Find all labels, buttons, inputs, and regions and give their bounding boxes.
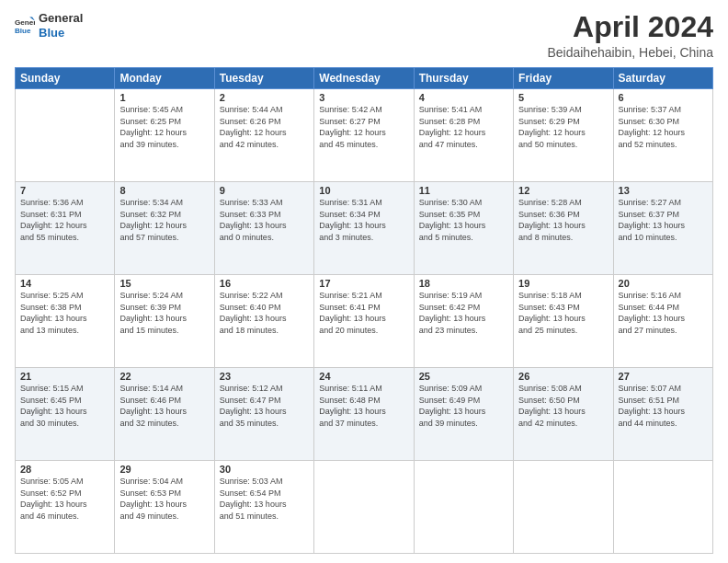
day-info: Sunrise: 5:09 AM Sunset: 6:49 PM Dayligh… bbox=[419, 383, 508, 429]
col-sunday: Sunday bbox=[16, 68, 115, 89]
calendar-cell: 1Sunrise: 5:45 AM Sunset: 6:25 PM Daylig… bbox=[115, 89, 214, 182]
day-info: Sunrise: 5:25 AM Sunset: 6:38 PM Dayligh… bbox=[20, 290, 109, 336]
logo-icon: General Blue bbox=[15, 16, 35, 36]
day-info: Sunrise: 5:07 AM Sunset: 6:51 PM Dayligh… bbox=[619, 383, 708, 429]
day-info: Sunrise: 5:18 AM Sunset: 6:43 PM Dayligh… bbox=[518, 290, 608, 336]
day-info: Sunrise: 5:44 AM Sunset: 6:26 PM Dayligh… bbox=[220, 104, 309, 150]
day-info: Sunrise: 5:45 AM Sunset: 6:25 PM Dayligh… bbox=[119, 104, 209, 150]
day-number: 24 bbox=[319, 371, 408, 382]
day-info: Sunrise: 5:28 AM Sunset: 6:36 PM Dayligh… bbox=[518, 197, 608, 243]
logo-line1: General bbox=[39, 11, 83, 26]
svg-text:Blue: Blue bbox=[15, 27, 31, 35]
calendar-cell bbox=[514, 461, 613, 554]
day-info: Sunrise: 5:34 AM Sunset: 6:32 PM Dayligh… bbox=[119, 197, 209, 243]
day-number: 15 bbox=[119, 278, 209, 289]
calendar-cell bbox=[16, 89, 115, 182]
calendar-cell: 30Sunrise: 5:03 AM Sunset: 6:54 PM Dayli… bbox=[214, 461, 313, 554]
day-number: 6 bbox=[619, 92, 708, 103]
day-info: Sunrise: 5:30 AM Sunset: 6:35 PM Dayligh… bbox=[419, 197, 508, 243]
day-info: Sunrise: 5:12 AM Sunset: 6:47 PM Dayligh… bbox=[220, 383, 309, 429]
day-info: Sunrise: 5:04 AM Sunset: 6:53 PM Dayligh… bbox=[119, 476, 209, 522]
day-info: Sunrise: 5:08 AM Sunset: 6:50 PM Dayligh… bbox=[518, 383, 608, 429]
header: General Blue General Blue April 2024 Bei… bbox=[15, 11, 713, 60]
day-info: Sunrise: 5:14 AM Sunset: 6:46 PM Dayligh… bbox=[119, 383, 209, 429]
calendar-cell: 8Sunrise: 5:34 AM Sunset: 6:32 PM Daylig… bbox=[115, 182, 214, 275]
title-block: April 2024 Beidaihehaibin, Hebei, China bbox=[547, 11, 713, 60]
day-info: Sunrise: 5:42 AM Sunset: 6:27 PM Dayligh… bbox=[319, 104, 408, 150]
main-title: April 2024 bbox=[547, 11, 713, 43]
calendar-cell: 18Sunrise: 5:19 AM Sunset: 6:42 PM Dayli… bbox=[414, 275, 513, 368]
calendar-cell: 27Sunrise: 5:07 AM Sunset: 6:51 PM Dayli… bbox=[613, 368, 712, 461]
col-wednesday: Wednesday bbox=[314, 68, 414, 89]
day-info: Sunrise: 5:33 AM Sunset: 6:33 PM Dayligh… bbox=[220, 197, 309, 243]
calendar-table: Sunday Monday Tuesday Wednesday Thursday… bbox=[15, 67, 713, 554]
calendar-cell: 28Sunrise: 5:05 AM Sunset: 6:52 PM Dayli… bbox=[16, 461, 115, 554]
day-number: 18 bbox=[419, 278, 508, 289]
col-tuesday: Tuesday bbox=[214, 68, 313, 89]
day-number: 10 bbox=[319, 185, 408, 196]
day-number: 25 bbox=[419, 371, 508, 382]
day-number: 1 bbox=[119, 92, 209, 103]
day-number: 27 bbox=[619, 371, 708, 382]
calendar-cell: 4Sunrise: 5:41 AM Sunset: 6:28 PM Daylig… bbox=[414, 89, 513, 182]
day-number: 20 bbox=[619, 278, 708, 289]
calendar-cell: 7Sunrise: 5:36 AM Sunset: 6:31 PM Daylig… bbox=[16, 182, 115, 275]
calendar-cell bbox=[314, 461, 414, 554]
calendar-cell: 9Sunrise: 5:33 AM Sunset: 6:33 PM Daylig… bbox=[214, 182, 313, 275]
day-number: 2 bbox=[220, 92, 309, 103]
calendar-cell: 14Sunrise: 5:25 AM Sunset: 6:38 PM Dayli… bbox=[16, 275, 115, 368]
calendar-cell: 3Sunrise: 5:42 AM Sunset: 6:27 PM Daylig… bbox=[314, 89, 414, 182]
calendar-cell: 5Sunrise: 5:39 AM Sunset: 6:29 PM Daylig… bbox=[514, 89, 613, 182]
day-number: 11 bbox=[419, 185, 508, 196]
day-number: 13 bbox=[619, 185, 708, 196]
svg-text:General: General bbox=[15, 18, 35, 27]
calendar-cell: 11Sunrise: 5:30 AM Sunset: 6:35 PM Dayli… bbox=[414, 182, 513, 275]
calendar-cell: 25Sunrise: 5:09 AM Sunset: 6:49 PM Dayli… bbox=[414, 368, 513, 461]
day-number: 12 bbox=[518, 185, 608, 196]
day-number: 17 bbox=[319, 278, 408, 289]
calendar-cell: 16Sunrise: 5:22 AM Sunset: 6:40 PM Dayli… bbox=[214, 275, 313, 368]
calendar-cell bbox=[613, 461, 712, 554]
day-info: Sunrise: 5:05 AM Sunset: 6:52 PM Dayligh… bbox=[20, 476, 109, 522]
calendar-cell: 29Sunrise: 5:04 AM Sunset: 6:53 PM Dayli… bbox=[115, 461, 214, 554]
day-number: 7 bbox=[20, 185, 109, 196]
calendar-cell: 21Sunrise: 5:15 AM Sunset: 6:45 PM Dayli… bbox=[16, 368, 115, 461]
day-info: Sunrise: 5:21 AM Sunset: 6:41 PM Dayligh… bbox=[319, 290, 408, 336]
day-info: Sunrise: 5:22 AM Sunset: 6:40 PM Dayligh… bbox=[220, 290, 309, 336]
calendar-cell: 13Sunrise: 5:27 AM Sunset: 6:37 PM Dayli… bbox=[613, 182, 712, 275]
day-number: 5 bbox=[518, 92, 608, 103]
day-info: Sunrise: 5:31 AM Sunset: 6:34 PM Dayligh… bbox=[319, 197, 408, 243]
day-info: Sunrise: 5:15 AM Sunset: 6:45 PM Dayligh… bbox=[20, 383, 109, 429]
calendar-cell: 19Sunrise: 5:18 AM Sunset: 6:43 PM Dayli… bbox=[514, 275, 613, 368]
logo-line2: Blue bbox=[39, 26, 83, 40]
day-info: Sunrise: 5:11 AM Sunset: 6:48 PM Dayligh… bbox=[319, 383, 408, 429]
day-number: 23 bbox=[220, 371, 309, 382]
day-number: 8 bbox=[119, 185, 209, 196]
day-info: Sunrise: 5:39 AM Sunset: 6:29 PM Dayligh… bbox=[518, 104, 608, 150]
calendar-cell: 24Sunrise: 5:11 AM Sunset: 6:48 PM Dayli… bbox=[314, 368, 414, 461]
calendar-cell: 12Sunrise: 5:28 AM Sunset: 6:36 PM Dayli… bbox=[514, 182, 613, 275]
day-info: Sunrise: 5:03 AM Sunset: 6:54 PM Dayligh… bbox=[220, 476, 309, 522]
day-number: 4 bbox=[419, 92, 508, 103]
day-number: 26 bbox=[518, 371, 608, 382]
day-number: 3 bbox=[319, 92, 408, 103]
day-number: 9 bbox=[220, 185, 309, 196]
calendar-header-row: Sunday Monday Tuesday Wednesday Thursday… bbox=[16, 68, 713, 89]
logo: General Blue General Blue bbox=[15, 11, 83, 40]
page: General Blue General Blue April 2024 Bei… bbox=[0, 0, 728, 563]
col-saturday: Saturday bbox=[613, 68, 712, 89]
day-info: Sunrise: 5:41 AM Sunset: 6:28 PM Dayligh… bbox=[419, 104, 508, 150]
calendar-cell: 10Sunrise: 5:31 AM Sunset: 6:34 PM Dayli… bbox=[314, 182, 414, 275]
calendar-cell bbox=[414, 461, 513, 554]
day-number: 21 bbox=[20, 371, 109, 382]
calendar-cell: 15Sunrise: 5:24 AM Sunset: 6:39 PM Dayli… bbox=[115, 275, 214, 368]
calendar-cell: 26Sunrise: 5:08 AM Sunset: 6:50 PM Dayli… bbox=[514, 368, 613, 461]
day-number: 19 bbox=[518, 278, 608, 289]
day-number: 30 bbox=[220, 464, 309, 475]
day-number: 28 bbox=[20, 464, 109, 475]
calendar-cell: 22Sunrise: 5:14 AM Sunset: 6:46 PM Dayli… bbox=[115, 368, 214, 461]
day-info: Sunrise: 5:37 AM Sunset: 6:30 PM Dayligh… bbox=[619, 104, 708, 150]
col-friday: Friday bbox=[514, 68, 613, 89]
day-number: 22 bbox=[119, 371, 209, 382]
day-info: Sunrise: 5:16 AM Sunset: 6:44 PM Dayligh… bbox=[619, 290, 708, 336]
